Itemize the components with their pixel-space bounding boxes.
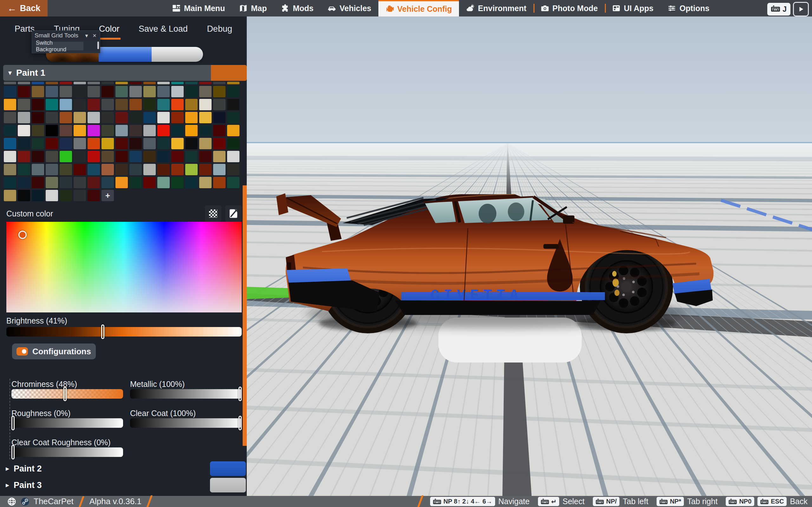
color-swatch[interactable] [143, 125, 156, 136]
color-swatch[interactable] [115, 151, 128, 162]
color-swatch[interactable] [185, 125, 198, 136]
color-swatch[interactable] [157, 177, 170, 188]
color-swatch[interactable] [88, 151, 100, 162]
slider-handle[interactable] [11, 416, 14, 430]
panel-scrollbar[interactable] [243, 185, 247, 446]
color-swatch[interactable] [60, 82, 72, 84]
switch-background-button[interactable]: Switch Background [36, 42, 84, 50]
color-swatch[interactable] [115, 164, 128, 175]
nav-item-vehicles[interactable]: Vehicles [320, 0, 378, 16]
play-button[interactable] [793, 2, 809, 16]
color-swatch[interactable] [101, 151, 114, 162]
color-swatch[interactable] [46, 138, 58, 149]
color-swatch[interactable] [130, 112, 142, 123]
roughness-slider[interactable] [11, 418, 123, 428]
color-swatch[interactable] [185, 177, 198, 188]
color-swatch[interactable] [227, 82, 240, 84]
paint1-current-swatch[interactable] [211, 65, 247, 81]
color-swatch[interactable] [88, 99, 100, 110]
color-swatch[interactable] [143, 86, 156, 97]
color-swatch[interactable] [18, 125, 30, 136]
color-swatch[interactable] [73, 125, 86, 136]
slider-handle[interactable] [239, 416, 242, 430]
close-icon[interactable]: × [92, 32, 97, 39]
collapse-icon[interactable]: ▼ [83, 33, 90, 38]
color-swatch[interactable] [171, 99, 184, 110]
paint1-header[interactable]: ▾ Paint 1 [3, 65, 247, 81]
color-swatch[interactable] [227, 99, 240, 110]
color-swatch[interactable] [185, 112, 198, 123]
color-swatch[interactable] [143, 164, 156, 175]
popup-scrollbar[interactable] [97, 42, 99, 49]
color-swatch[interactable] [213, 112, 225, 123]
paint3-preview[interactable] [152, 47, 203, 62]
color-swatch[interactable] [46, 164, 58, 175]
color-swatch[interactable] [171, 177, 184, 188]
color-swatch[interactable] [199, 112, 212, 123]
color-swatch[interactable] [171, 86, 184, 97]
color-swatch[interactable] [157, 112, 170, 123]
color-swatch[interactable] [101, 138, 114, 149]
nav-item-map[interactable]: Map [232, 0, 274, 16]
color-swatch[interactable] [157, 125, 170, 136]
color-swatch[interactable] [18, 164, 30, 175]
color-swatch[interactable] [227, 125, 240, 136]
color-swatch[interactable] [171, 151, 184, 162]
color-swatch[interactable] [171, 164, 184, 175]
color-swatch[interactable] [18, 190, 30, 201]
color-swatch[interactable] [199, 138, 212, 149]
color-swatch[interactable] [157, 164, 170, 175]
color-swatch[interactable] [88, 112, 100, 123]
color-swatch[interactable] [46, 112, 58, 123]
color-swatch[interactable] [185, 138, 198, 149]
color-swatch[interactable] [4, 99, 16, 110]
color-swatch[interactable] [199, 86, 212, 97]
tab-color[interactable]: Color [98, 22, 121, 40]
brightness-handle[interactable] [101, 325, 104, 339]
color-swatch[interactable] [73, 86, 86, 97]
color-swatch[interactable] [18, 138, 30, 149]
color-swatch[interactable] [4, 125, 16, 136]
color-swatch[interactable] [227, 112, 240, 123]
color-swatch[interactable] [18, 86, 30, 97]
metallic-slider[interactable] [130, 389, 242, 399]
color-swatch[interactable] [199, 177, 212, 188]
color-swatch[interactable] [185, 164, 198, 175]
color-swatch[interactable] [88, 177, 100, 188]
color-swatch[interactable] [130, 138, 142, 149]
color-swatch[interactable] [46, 151, 58, 162]
color-swatch[interactable] [213, 164, 225, 175]
tab-save-load[interactable]: Save & Load [137, 22, 189, 40]
color-swatch[interactable] [88, 82, 100, 84]
color-swatch[interactable] [101, 99, 114, 110]
paint2-swatch[interactable] [210, 461, 246, 476]
color-swatch[interactable] [213, 86, 225, 97]
color-swatch[interactable] [199, 125, 212, 136]
texture-reset-button[interactable] [225, 205, 242, 222]
color-swatch[interactable] [130, 82, 142, 84]
color-swatch[interactable] [130, 125, 142, 136]
color-swatch[interactable] [143, 82, 156, 84]
color-swatch[interactable] [60, 112, 72, 123]
color-swatch[interactable] [171, 125, 184, 136]
color-swatch[interactable] [227, 177, 240, 188]
tab-debug[interactable]: Debug [206, 22, 234, 40]
color-swatch[interactable] [213, 82, 225, 84]
color-swatch[interactable] [115, 177, 128, 188]
color-swatch[interactable] [171, 112, 184, 123]
color-swatch[interactable] [60, 125, 72, 136]
color-swatch[interactable] [199, 164, 212, 175]
nav-item-ui-apps[interactable]: UI Apps [605, 0, 661, 16]
color-swatch[interactable] [32, 125, 44, 136]
color-swatch[interactable] [60, 164, 72, 175]
clear-coat-roughness-slider[interactable] [11, 447, 123, 457]
color-swatch[interactable] [4, 82, 16, 84]
color-swatch[interactable] [227, 164, 240, 175]
color-swatch[interactable] [115, 138, 128, 149]
color-swatch[interactable] [32, 190, 44, 201]
color-swatch[interactable] [143, 99, 156, 110]
color-swatch[interactable] [46, 177, 58, 188]
color-swatch[interactable] [130, 86, 142, 97]
color-swatch[interactable] [101, 82, 114, 84]
chrominess-slider[interactable] [11, 389, 123, 399]
